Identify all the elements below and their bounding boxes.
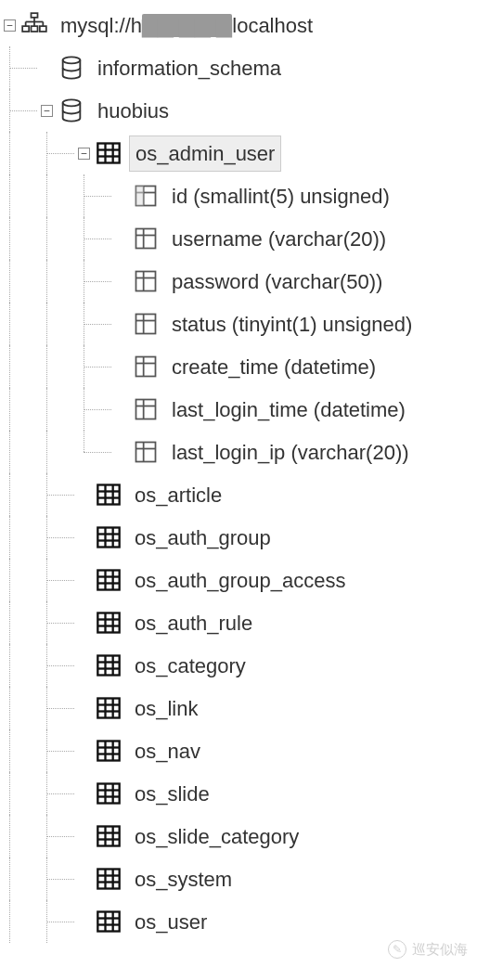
- svg-rect-29: [136, 357, 156, 377]
- tree-node-table[interactable]: os_nav: [4, 729, 473, 772]
- tree-node-table[interactable]: − os_admin_user: [4, 132, 473, 174]
- svg-rect-53: [97, 613, 119, 633]
- table-icon: [96, 866, 122, 892]
- column-pk-icon: [133, 183, 159, 209]
- tree-node-table[interactable]: os_slide: [4, 772, 473, 815]
- tree-node-table[interactable]: os_category: [4, 644, 473, 687]
- tree-node-column[interactable]: username (varchar(20)): [4, 217, 473, 260]
- column-icon: [133, 396, 159, 422]
- table-label[interactable]: os_link: [129, 691, 203, 726]
- tree-node-column[interactable]: id (smallint(5) unsigned): [4, 174, 473, 217]
- table-label[interactable]: os_auth_group_access: [129, 563, 352, 598]
- column-label[interactable]: id (smallint(5) unsigned): [166, 179, 395, 213]
- svg-rect-20: [136, 229, 156, 249]
- table-label[interactable]: os_slide_category: [129, 819, 304, 854]
- tree-node-connection[interactable]: − mysql://h▆▆ ▆▆ ▆localhost: [4, 4, 473, 46]
- database-icon: [58, 55, 84, 81]
- tree-node-column[interactable]: last_login_ip (varchar(20)): [4, 431, 473, 473]
- table-icon: [96, 738, 122, 764]
- svg-rect-19: [136, 187, 144, 206]
- watermark-text: 巡安似海: [412, 939, 468, 948]
- svg-point-9: [63, 57, 81, 63]
- tree-node-database[interactable]: − huobius: [4, 89, 473, 132]
- svg-rect-63: [97, 699, 119, 718]
- tree-node-table[interactable]: os_user: [4, 900, 473, 943]
- column-label[interactable]: username (varchar(20)): [166, 222, 392, 256]
- svg-rect-8: [40, 26, 46, 32]
- tree-node-table[interactable]: os_slide_category: [4, 815, 473, 858]
- table-icon: [96, 140, 122, 166]
- tree-node-table[interactable]: os_auth_group_access: [4, 559, 473, 601]
- svg-rect-38: [97, 485, 119, 505]
- svg-rect-11: [97, 144, 119, 163]
- table-label[interactable]: os_category: [129, 649, 251, 683]
- svg-rect-26: [136, 315, 156, 334]
- database-label[interactable]: huobius: [92, 94, 174, 128]
- wechat-icon: ✎: [388, 940, 406, 947]
- toggle-minus-icon[interactable]: −: [78, 148, 90, 160]
- tree-node-table[interactable]: os_system: [4, 858, 473, 900]
- svg-rect-0: [32, 13, 38, 18]
- column-icon: [133, 354, 159, 380]
- svg-rect-78: [97, 827, 119, 846]
- tree-node-column[interactable]: last_login_time (datetime): [4, 388, 473, 431]
- connection-label[interactable]: mysql://h▆▆ ▆▆ ▆localhost: [55, 8, 318, 43]
- toggle-minus-icon[interactable]: −: [41, 105, 53, 117]
- tree-node-table[interactable]: os_link: [4, 687, 473, 729]
- server-icon: [21, 12, 47, 38]
- column-label[interactable]: last_login_ip (varchar(20)): [166, 435, 415, 470]
- svg-rect-68: [97, 741, 119, 761]
- svg-rect-43: [97, 528, 119, 548]
- table-icon: [96, 823, 122, 849]
- tree-node-database[interactable]: information_schema: [4, 46, 473, 89]
- svg-rect-58: [97, 656, 119, 676]
- toggle-minus-icon[interactable]: −: [4, 19, 16, 32]
- table-label[interactable]: os_admin_user: [129, 135, 281, 172]
- tree-node-column[interactable]: password (varchar(50)): [4, 260, 473, 303]
- table-icon: [96, 780, 122, 806]
- table-label[interactable]: os_auth_rule: [129, 606, 258, 640]
- svg-rect-48: [97, 571, 119, 590]
- svg-rect-35: [136, 443, 156, 462]
- svg-rect-32: [136, 400, 156, 419]
- tree-node-table[interactable]: os_auth_rule: [4, 601, 473, 644]
- database-icon: [58, 97, 84, 123]
- table-icon: [96, 695, 122, 721]
- column-label[interactable]: password (varchar(50)): [166, 264, 388, 299]
- table-icon: [96, 567, 122, 593]
- column-icon: [133, 439, 159, 465]
- svg-rect-73: [97, 784, 119, 804]
- svg-rect-7: [32, 26, 38, 32]
- table-label[interactable]: os_article: [129, 478, 227, 512]
- svg-rect-83: [97, 870, 119, 889]
- table-label[interactable]: os_user: [129, 905, 213, 939]
- table-icon: [96, 909, 122, 935]
- column-label[interactable]: create_time (datetime): [166, 350, 381, 384]
- table-label[interactable]: os_nav: [129, 734, 206, 768]
- svg-point-10: [63, 99, 81, 106]
- tree-node-table[interactable]: os_article: [4, 473, 473, 516]
- svg-rect-23: [136, 272, 156, 291]
- column-icon: [133, 311, 159, 337]
- table-icon: [96, 610, 122, 636]
- watermark: ✎ 巡安似海: [388, 939, 468, 948]
- tree-node-column[interactable]: status (tinyint(1) unsigned): [4, 303, 473, 345]
- table-icon: [96, 652, 122, 678]
- db-tree: − mysql://h▆▆ ▆▆ ▆localhost information_…: [0, 0, 477, 947]
- column-label[interactable]: status (tinyint(1) unsigned): [166, 307, 418, 342]
- tree-node-table[interactable]: os_auth_group: [4, 516, 473, 559]
- svg-rect-88: [97, 912, 119, 932]
- tree-node-column[interactable]: create_time (datetime): [4, 345, 473, 388]
- svg-rect-6: [22, 26, 29, 32]
- column-icon: [133, 268, 159, 294]
- table-icon: [96, 524, 122, 550]
- table-label[interactable]: os_system: [129, 862, 238, 896]
- database-label[interactable]: information_schema: [92, 51, 287, 85]
- column-icon: [133, 226, 159, 251]
- column-label[interactable]: last_login_time (datetime): [166, 393, 411, 427]
- table-icon: [96, 482, 122, 508]
- table-label[interactable]: os_auth_group: [129, 521, 277, 555]
- table-label[interactable]: os_slide: [129, 777, 215, 811]
